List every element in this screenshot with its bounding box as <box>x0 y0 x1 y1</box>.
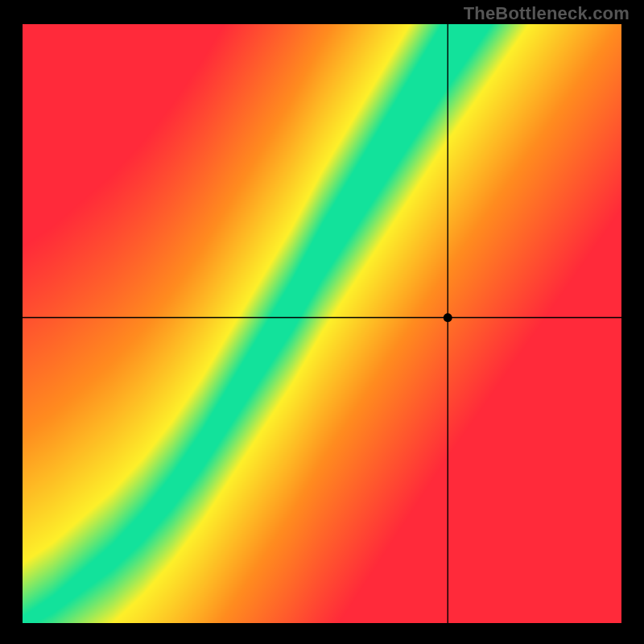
bottleneck-heatmap <box>0 0 644 644</box>
watermark-text: TheBottleneck.com <box>464 3 630 24</box>
chart-container: TheBottleneck.com <box>0 0 644 644</box>
